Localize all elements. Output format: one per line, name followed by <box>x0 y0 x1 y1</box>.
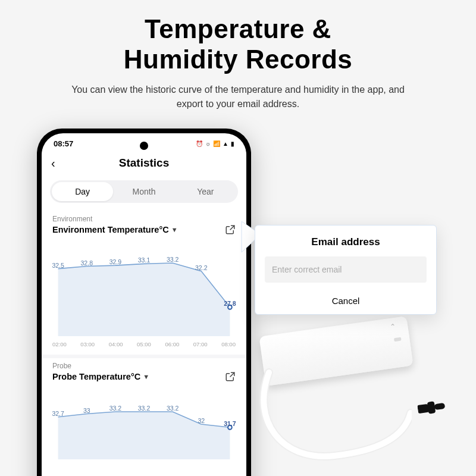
chart-point-label: 32.9 <box>109 258 121 265</box>
metric-dropdown[interactable]: Environment Temperature°C ▼ <box>52 225 178 234</box>
battery-icon: ▮ <box>231 140 234 147</box>
section-category-label: Environment <box>52 215 236 223</box>
chevron-down-icon: ▼ <box>143 373 149 380</box>
segment-day[interactable]: Day <box>52 182 113 201</box>
x-tick-label: 07:00 <box>193 341 208 347</box>
chart-point-label: 33.2 <box>167 256 178 263</box>
chart-point-label: 33.2 <box>167 405 178 412</box>
chart-point-label: 33.2 <box>109 405 121 412</box>
export-icon[interactable] <box>225 371 236 382</box>
status-time: 08:57 <box>54 139 73 148</box>
hero-title: Temperature & Humidity Records <box>0 0 476 74</box>
email-popover: Email address Enter correct email Cancel <box>255 225 437 315</box>
section-probe: Probe Probe Temperature°C ▼ <box>42 358 246 382</box>
back-icon[interactable]: ‹ <box>51 156 55 170</box>
hero-description: You can view the historic curve of the t… <box>0 83 476 111</box>
chart-point-label: 32.5 <box>52 262 64 269</box>
chart-probe: 32.73333.233.233.23231.7 <box>52 394 236 459</box>
status-icons: ⏰ ☼ 📶 ▲ ▮ <box>196 140 234 147</box>
segment-year[interactable]: Year <box>175 182 236 201</box>
front-camera <box>140 142 148 150</box>
screen-header: ‹ Statistics <box>42 151 246 178</box>
probe-tip <box>416 398 446 417</box>
hero-title-line1: Temperature & <box>145 14 331 43</box>
metric-label: Environment Temperature°C <box>52 225 169 234</box>
popover-title: Email address <box>255 226 436 256</box>
hero-title-line2: Humidity Records <box>124 45 353 74</box>
chart-environment: 32.532.832.933.133.232.227.8 <box>52 247 236 336</box>
chart-point-label: 33.2 <box>138 405 150 412</box>
section-environment: Environment Environment Temperature°C ▼ <box>42 211 246 235</box>
chart-point-label: 32.8 <box>81 259 93 267</box>
x-tick-label: 05:00 <box>137 341 151 347</box>
x-tick-label: 04:00 <box>109 341 123 347</box>
chevron-down-icon: ▼ <box>171 226 178 233</box>
phone-screen: 08:57 ⏰ ☼ 📶 ▲ ▮ ‹ Statistics Day Month Y… <box>42 133 246 476</box>
chart-point-label: 32 <box>198 417 205 424</box>
chart-point-label: 33.1 <box>138 256 150 264</box>
device-wifi-icon: ⌃ <box>390 322 396 331</box>
chart-point-label: 33 <box>83 407 90 414</box>
phone-mockup: 08:57 ⏰ ☼ 📶 ▲ ▮ ‹ Statistics Day Month Y… <box>37 129 251 476</box>
chart-point-label: 32.7 <box>52 410 64 417</box>
x-tick-label: 02:00 <box>52 341 67 347</box>
x-tick-label: 06:00 <box>165 341 179 347</box>
svg-rect-2 <box>417 404 429 414</box>
cancel-button[interactable]: Cancel <box>255 289 436 314</box>
svg-rect-4 <box>434 403 445 410</box>
x-tick-label: 03:00 <box>80 341 95 347</box>
segment-month[interactable]: Month <box>113 182 174 201</box>
metric-dropdown[interactable]: Probe Temperature°C ▼ <box>52 372 149 381</box>
x-tick-label: 08:00 <box>221 341 236 347</box>
chart-svg-probe <box>52 394 236 459</box>
signal-icon: 📶 <box>213 140 220 147</box>
chart-point-label: 27.8 <box>224 300 236 307</box>
email-input[interactable]: Enter correct email <box>265 256 427 283</box>
metric-label: Probe Temperature°C <box>52 372 140 381</box>
chart-point-label: 31.7 <box>224 420 236 427</box>
x-axis-env: 02:0003:0004:0005:0006:0007:0008:00 <box>42 341 246 347</box>
chart-point-label: 32.2 <box>195 264 207 271</box>
alarm-icon: ⏰ <box>196 140 203 147</box>
section-category-label: Probe <box>52 362 236 370</box>
brightness-icon: ☼ <box>205 140 211 147</box>
phone-frame: 08:57 ⏰ ☼ 📶 ▲ ▮ ‹ Statistics Day Month Y… <box>37 129 251 476</box>
range-segmented-control[interactable]: Day Month Year <box>50 180 238 203</box>
device-cable <box>257 367 412 468</box>
wifi-icon: ▲ <box>223 140 228 147</box>
screen-title: Statistics <box>119 156 169 170</box>
